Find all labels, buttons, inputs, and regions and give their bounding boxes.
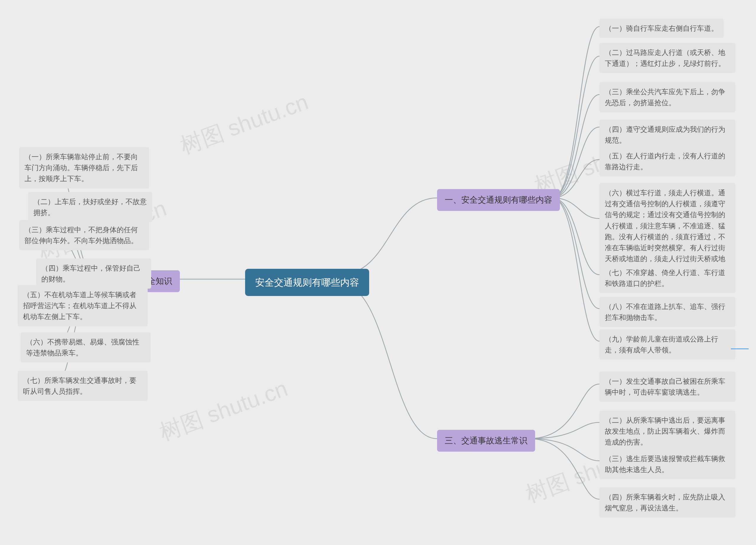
leaf-1-2[interactable]: （二）过马路应走人行道（或天桥、地下通道）；遇红灯止步，见绿灯前行。 xyxy=(599,43,735,73)
leaf-2-1[interactable]: （一）所乘车辆靠站停止前，不要向车门方向涌动。车辆停稳后，先下后上，按顺序上下车… xyxy=(19,147,149,188)
leaf-2-5[interactable]: （五）不在机动车道上等候车辆或者招呼营运汽车；在机动车道上不得从机动车左侧上下车… xyxy=(18,285,148,326)
branch-node-3[interactable]: 三、交通事故逃生常识 xyxy=(437,430,535,452)
leaf-1-1[interactable]: （一）骑自行车应走右侧自行车道。 xyxy=(599,19,724,38)
leaf-2-3[interactable]: （三）乘车过程中，不把身体的任何部位伸向车外。不向车外抛洒物品。 xyxy=(19,220,149,250)
leaf-3-1[interactable]: （一）发生交通事故自己被困在所乘车辆中时，可击碎车窗玻璃逃生。 xyxy=(599,372,735,402)
leaf-2-2[interactable]: （二）上车后，扶好或坐好，不故意拥挤。 xyxy=(28,192,152,222)
leaf-1-3[interactable]: （三）乘坐公共汽车应先下后上，勿争先恐后，勿挤逼抢位。 xyxy=(599,82,735,112)
highlight-underline xyxy=(731,349,749,349)
branch-node-1[interactable]: 一、安全交通规则有哪些内容 xyxy=(437,189,560,211)
leaf-1-9[interactable]: （九）学龄前儿童在街道或公路上行走，须有成年人带领。 xyxy=(599,329,735,359)
watermark: 树图 shutu.cn xyxy=(176,87,312,161)
leaf-3-2[interactable]: （二）从所乘车辆中逃出后，要远离事故发生地点，防止因车辆着火、爆炸而造成的伤害。 xyxy=(599,411,735,452)
leaf-2-7[interactable]: （七）所乘车辆发生交通事故时，要听从司售人员指挥。 xyxy=(18,371,148,401)
root-node[interactable]: 安全交通规则有哪些内容 xyxy=(245,269,369,296)
leaf-2-4[interactable]: （四）乘车过程中，保管好自己的财物。 xyxy=(36,258,151,289)
leaf-3-4[interactable]: （四）所乘车辆着火时，应先防止吸入烟气窒息，再设法逃生。 xyxy=(599,487,735,518)
leaf-1-8[interactable]: （八）不准在道路上扒车、追车、强行拦车和抛物击车。 xyxy=(599,297,735,327)
leaf-2-6[interactable]: （六）不携带易燃、易爆、强腐蚀性等违禁物品乘车。 xyxy=(21,332,151,362)
watermark: 树图 shutu.cn xyxy=(155,374,292,448)
leaf-3-3[interactable]: （三）逃生后要迅速报警或拦截车辆救助其他未逃生人员。 xyxy=(599,449,735,479)
leaf-1-4[interactable]: （四）遵守交通规则应成为我们的行为规范。 xyxy=(599,120,735,150)
leaf-1-5[interactable]: （五）在人行道内行走，没有人行道的靠路边行走。 xyxy=(599,146,735,176)
leaf-1-7[interactable]: （七）不准穿越、倚坐人行道、车行道和铁路道口的护栏。 xyxy=(599,263,735,293)
